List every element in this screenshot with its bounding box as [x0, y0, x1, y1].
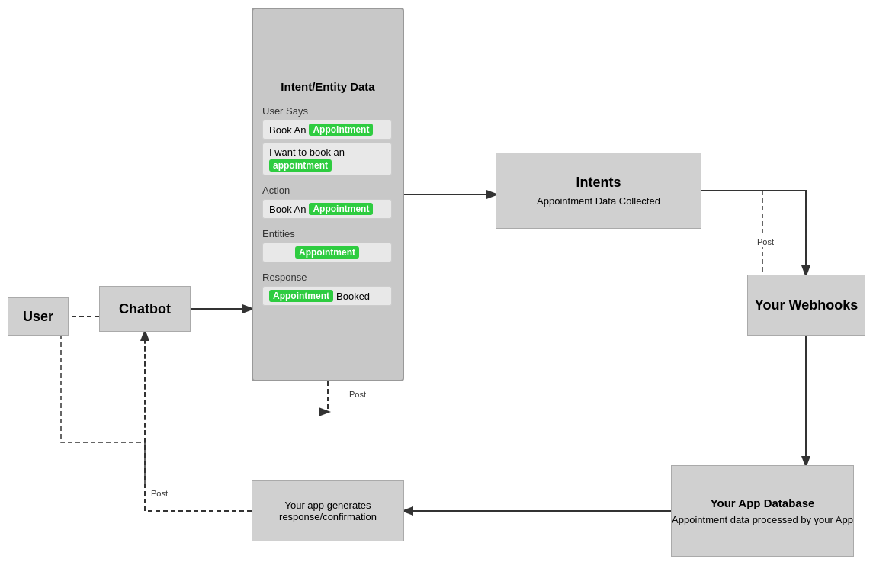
user-says-item2-badge: appointment [269, 159, 332, 172]
user-says-item1-prefix: Book An [269, 124, 306, 136]
intent-entity-panel: Intent/Entity Data User Says Book An App… [252, 8, 404, 381]
entities-label: Entities [262, 228, 295, 239]
chatbot-box: Chatbot [99, 286, 191, 332]
panel-title: Intent/Entity Data [262, 80, 393, 93]
response-item-badge: Appointment [269, 290, 333, 302]
user-box: User [8, 297, 69, 336]
chatbot-label: Chatbot [119, 301, 171, 317]
action-label: Action [262, 185, 290, 196]
diagram-container: User Chatbot Intent/Entity Data User Say… [0, 0, 873, 588]
entities-item: Appointment [262, 243, 392, 262]
response-item-suffix: Booked [336, 291, 370, 302]
user-says-item1-badge: Appointment [309, 124, 373, 136]
response-label: Response [262, 272, 307, 283]
user-says-label: User Says [262, 105, 308, 117]
intents-title: Intents [576, 175, 621, 191]
intents-subtitle: Appointment Data Collected [537, 195, 660, 207]
app-db-box: Your App Database Appointment data proce… [671, 465, 854, 557]
user-label: User [23, 309, 53, 325]
post-label-1: Post [755, 236, 776, 247]
user-says-item2: I want to book an appointment [262, 143, 392, 175]
response-item: Appointment Booked [262, 286, 392, 306]
user-says-item2-text: I want to book an [269, 146, 345, 158]
response-box: Your app generates response/confirmation [252, 480, 404, 541]
action-item-prefix: Book An [269, 204, 306, 215]
post-label-3: Post [149, 488, 170, 499]
app-db-title: Your App Database [711, 496, 815, 509]
webhooks-box: Your Webhooks [747, 275, 865, 336]
entities-item-badge: Appointment [295, 246, 359, 259]
response-text: Your app generates response/confirmation [252, 500, 403, 522]
user-says-item1: Book An Appointment [262, 120, 392, 140]
post-label-2: Post [347, 389, 368, 400]
intents-box: Intents Appointment Data Collected [496, 153, 701, 229]
webhooks-label: Your Webhooks [755, 297, 858, 313]
action-item-badge: Appointment [309, 203, 373, 215]
action-item: Book An Appointment [262, 199, 392, 219]
app-db-subtitle: Appointment data processed by your App [672, 514, 853, 525]
